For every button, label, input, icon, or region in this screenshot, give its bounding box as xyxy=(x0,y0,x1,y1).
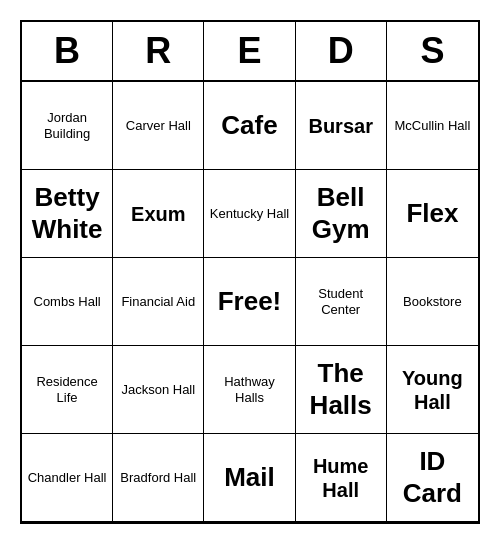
bingo-cell: Student Center xyxy=(296,258,387,346)
bingo-cell: McCullin Hall xyxy=(387,82,478,170)
bingo-cell: Kentucky Hall xyxy=(204,170,295,258)
cell-text: Bookstore xyxy=(403,294,462,310)
bingo-cell: The Halls xyxy=(296,346,387,434)
bingo-cell: Chandler Hall xyxy=(22,434,113,522)
cell-text: McCullin Hall xyxy=(394,118,470,134)
bingo-cell: Jordan Building xyxy=(22,82,113,170)
bingo-cell: Financial Aid xyxy=(113,258,204,346)
header-letter: S xyxy=(387,22,478,80)
bingo-cell: Hathway Halls xyxy=(204,346,295,434)
bingo-cell: Combs Hall xyxy=(22,258,113,346)
bingo-cell: Bookstore xyxy=(387,258,478,346)
cell-text: Hathway Halls xyxy=(208,374,290,405)
cell-text: The Halls xyxy=(300,358,382,420)
cell-text: Jordan Building xyxy=(26,110,108,141)
cell-text: Chandler Hall xyxy=(28,470,107,486)
bingo-cell: ID Card xyxy=(387,434,478,522)
cell-text: Cafe xyxy=(221,110,277,141)
bingo-cell: Flex xyxy=(387,170,478,258)
cell-text: ID Card xyxy=(391,446,474,508)
bingo-cell: Betty White xyxy=(22,170,113,258)
cell-text: Flex xyxy=(406,198,458,229)
bingo-cell: Residence Life xyxy=(22,346,113,434)
cell-text: Betty White xyxy=(26,182,108,244)
bingo-cell: Cafe xyxy=(204,82,295,170)
bingo-cell: Carver Hall xyxy=(113,82,204,170)
bingo-card: BREDS Jordan BuildingCarver HallCafeBurs… xyxy=(20,20,480,524)
header-letter: E xyxy=(204,22,295,80)
cell-text: Combs Hall xyxy=(34,294,101,310)
cell-text: Bursar xyxy=(308,114,372,138)
bingo-cell: Bradford Hall xyxy=(113,434,204,522)
cell-text: Bell Gym xyxy=(300,182,382,244)
bingo-cell: Bursar xyxy=(296,82,387,170)
bingo-cell: Free! xyxy=(204,258,295,346)
cell-text: Kentucky Hall xyxy=(210,206,289,222)
bingo-cell: Exum xyxy=(113,170,204,258)
header-letter: R xyxy=(113,22,204,80)
bingo-cell: Mail xyxy=(204,434,295,522)
cell-text: Mail xyxy=(224,462,275,493)
cell-text: Residence Life xyxy=(26,374,108,405)
bingo-cell: Young Hall xyxy=(387,346,478,434)
cell-text: Young Hall xyxy=(391,366,474,414)
cell-text: Bradford Hall xyxy=(120,470,196,486)
cell-text: Financial Aid xyxy=(121,294,195,310)
cell-text: Hume Hall xyxy=(300,454,382,502)
cell-text: Jackson Hall xyxy=(121,382,195,398)
bingo-header: BREDS xyxy=(22,22,478,82)
cell-text: Carver Hall xyxy=(126,118,191,134)
cell-text: Exum xyxy=(131,202,185,226)
bingo-cell: Bell Gym xyxy=(296,170,387,258)
bingo-grid: Jordan BuildingCarver HallCafeBursarMcCu… xyxy=(22,82,478,522)
bingo-cell: Hume Hall xyxy=(296,434,387,522)
cell-text: Free! xyxy=(218,286,282,317)
bingo-cell: Jackson Hall xyxy=(113,346,204,434)
cell-text: Student Center xyxy=(300,286,382,317)
header-letter: D xyxy=(296,22,387,80)
header-letter: B xyxy=(22,22,113,80)
